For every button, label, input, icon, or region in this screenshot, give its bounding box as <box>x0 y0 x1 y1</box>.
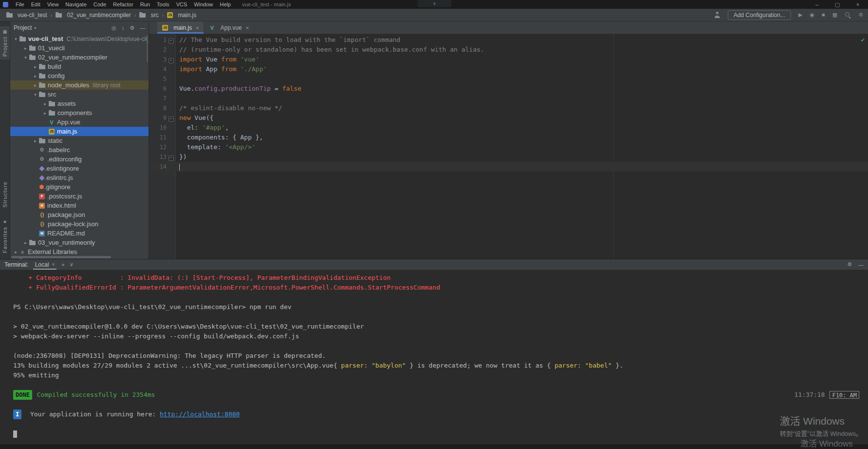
terminal-hide-icon[interactable]: — <box>858 262 864 268</box>
menu-refactor[interactable]: Refactor <box>110 1 137 7</box>
menu-tools[interactable]: Tools <box>153 1 173 7</box>
code-line-8[interactable]: 8/* eslint-disable no-new */ <box>149 103 868 113</box>
expand-chevron-icon[interactable]: ▸ <box>12 259 19 259</box>
menu-view[interactable]: View <box>44 1 62 7</box>
search-icon[interactable] <box>845 12 851 18</box>
expand-chevron-icon[interactable]: ▸ <box>32 83 39 88</box>
code-line-7[interactable]: 7 <box>149 94 868 103</box>
tree-item-assets[interactable]: ▸assets <box>10 99 149 108</box>
tree-item-index-html[interactable]: Hindex.html <box>10 201 149 210</box>
menu-edit[interactable]: Edit <box>28 1 44 7</box>
debug-icon[interactable]: ◉ <box>810 12 814 18</box>
code-line-4[interactable]: 4import App from './App' <box>149 64 868 74</box>
tree-item-01-vuecli[interactable]: ▸01_vuecli <box>10 43 149 53</box>
tree-item-package-json[interactable]: {}package.json <box>10 210 149 219</box>
fold-icon[interactable]: − <box>169 156 174 161</box>
expand-chevron-icon[interactable]: ▸ <box>41 101 49 106</box>
code-line-12[interactable]: 12 template: '<App/>' <box>149 142 868 152</box>
editor[interactable]: 1−// The Vue build version to load with … <box>149 34 868 259</box>
panel-vertical-scrollbar[interactable] <box>147 35 148 62</box>
tree-item-gitignore[interactable]: .gitignore <box>10 182 149 192</box>
breadcrumb-main-js[interactable]: JSmain.js <box>166 12 198 19</box>
terminal-settings-gear-icon[interactable]: ⚙ <box>847 261 852 268</box>
expand-chevron-icon[interactable]: ▸ <box>32 64 39 69</box>
code-line-9[interactable]: 9−new Vue({ <box>149 113 868 123</box>
close-icon[interactable]: × <box>246 25 249 31</box>
maximize-button[interactable]: ▢ <box>827 0 848 9</box>
code-line-3[interactable]: 3−import Vue from 'vue' <box>149 55 868 64</box>
tree-item-main-js[interactable]: JSmain.js <box>10 127 149 136</box>
expand-chevron-icon[interactable]: ▸ <box>41 111 49 116</box>
menu-file[interactable]: File <box>12 1 28 7</box>
expand-chevron-icon[interactable]: ▾ <box>32 92 39 97</box>
menu-run[interactable]: Run <box>137 1 153 7</box>
expand-chevron-icon[interactable]: ▸ <box>22 240 29 245</box>
tree-item-editorconfig[interactable]: ⚙.editorconfig <box>10 155 149 164</box>
breadcrumb-02-vue-runtimecompiler[interactable]: 02_vue_runtimecompiler <box>54 12 132 19</box>
close-icon[interactable]: × <box>196 25 199 31</box>
menu-window[interactable]: Window <box>190 1 216 7</box>
tree-item-package-lock-json[interactable]: {}package-lock.json <box>10 219 149 229</box>
code-line-2[interactable]: 2// (runtime-only or standalone) has bee… <box>149 45 868 55</box>
expand-collapse-icon[interactable]: ↕ <box>122 25 125 31</box>
tool-button-project[interactable]: ▦ Project <box>0 26 10 59</box>
terminal-tab-local[interactable]: Local × <box>33 259 57 270</box>
tree-item-static[interactable]: ▸static <box>10 136 149 145</box>
run-icon[interactable]: ▶ <box>798 12 802 18</box>
terminal-output[interactable]: + CategoryInfo : InvalidData: (:) [Start… <box>0 270 868 445</box>
code-line-6[interactable]: 6Vue.config.productionTip = false <box>149 84 868 94</box>
breadcrumb-vue-cli-test[interactable]: vue-cli_test <box>5 12 49 19</box>
expand-chevron-icon[interactable]: ▾ <box>12 37 19 41</box>
breadcrumb-src[interactable]: src <box>138 12 160 19</box>
tree-item-node-modules[interactable]: ▸node_moduleslibrary root <box>10 80 149 90</box>
close-icon[interactable]: × <box>52 262 55 267</box>
expand-chevron-icon[interactable]: ▾ <box>22 55 29 60</box>
code-line-10[interactable]: 10 el: '#app', <box>149 123 868 133</box>
settings-gear-icon[interactable]: ⚙ <box>858 12 863 18</box>
project-view-dropdown[interactable]: Project <box>14 24 32 31</box>
terminal-dropdown-icon[interactable]: ∨ <box>70 261 74 268</box>
tree-item-babelrc[interactable]: ⚙.babelrc <box>10 145 149 155</box>
menu-code[interactable]: Code <box>90 1 110 7</box>
tree-item-readme-md[interactable]: MREADME.md <box>10 229 149 238</box>
tab-main-js[interactable]: JSmain.js× <box>157 21 204 34</box>
expand-chevron-icon[interactable]: ▸ <box>22 46 29 51</box>
expand-chevron-icon[interactable]: ▸ <box>12 250 19 254</box>
tree-item-eslintrc-js[interactable]: .eslintrc.js <box>10 173 149 182</box>
tree-item-src[interactable]: ▾src <box>10 90 149 99</box>
layout-icon[interactable]: ▦ <box>832 12 837 18</box>
fold-icon[interactable]: − <box>169 39 174 44</box>
tree-item-postcssrc-js[interactable]: P.postcssrc.js <box>10 192 149 201</box>
close-button[interactable]: × <box>848 0 868 9</box>
menu-help[interactable]: Help <box>216 1 234 7</box>
tree-item-external-libraries[interactable]: ▸≡External Libraries <box>10 247 149 256</box>
title-notch[interactable]: ∨ <box>417 0 452 7</box>
tree-item-eslintignore[interactable]: .eslintignore <box>10 164 149 173</box>
users-icon[interactable] <box>714 12 720 18</box>
code-line-1[interactable]: 1−// The Vue build version to load with … <box>149 35 868 45</box>
fold-icon[interactable]: − <box>169 58 174 63</box>
tree-item-02-vue-runtimecompiler[interactable]: ▾02_vue_runtimecompiler <box>10 53 149 62</box>
new-terminal-button[interactable]: + <box>61 262 64 268</box>
tool-button-favorites[interactable]: ★ Favorites <box>0 216 10 256</box>
code-line-11[interactable]: 11 components: { App }, <box>149 133 868 142</box>
code-line-13[interactable]: 13−}) <box>149 152 868 162</box>
code-line-5[interactable]: 5 <box>149 74 868 84</box>
tool-button-structure[interactable]: Structure <box>0 178 10 211</box>
tree-item-vue-cli-test[interactable]: ▾vue-cli_testC:\Users\waws\Desktop\vue-c… <box>10 34 149 43</box>
localhost-link[interactable]: http://localhost:8080 <box>160 410 240 418</box>
menu-vcs[interactable]: VCS <box>173 1 191 7</box>
minimize-button[interactable]: – <box>807 0 827 9</box>
tab-app-vue[interactable]: VApp.vue× <box>204 21 254 34</box>
add-configuration-button[interactable]: Add Configuration... <box>728 10 791 20</box>
code-area[interactable]: 1−// The Vue build version to load with … <box>149 35 868 172</box>
tree-item-app-vue[interactable]: VApp.vue <box>10 117 149 127</box>
tree-item-components[interactable]: ▸components <box>10 108 149 117</box>
tree-item-config[interactable]: ▸config <box>10 71 149 80</box>
tree-item-03-vue-runtimeonly[interactable]: ▸03_vue_runtimeonly <box>10 238 149 247</box>
panel-horizontal-scrollbar[interactable] <box>11 256 111 258</box>
panel-settings-gear-icon[interactable]: ⚙ <box>130 25 134 31</box>
fold-icon[interactable]: − <box>169 117 174 122</box>
stop-icon[interactable]: ■ <box>822 12 825 18</box>
hide-panel-icon[interactable]: — <box>140 25 145 31</box>
